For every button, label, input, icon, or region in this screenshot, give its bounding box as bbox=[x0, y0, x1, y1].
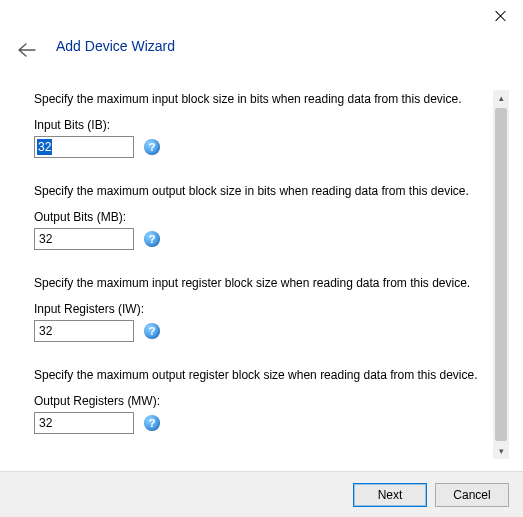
scrollbar-up-icon[interactable]: ▴ bbox=[493, 90, 509, 106]
group-input-bits: Specify the maximum input block size in … bbox=[34, 92, 483, 158]
label-output-registers: Output Registers (MW): bbox=[34, 394, 483, 408]
group-output-registers: Specify the maximum output register bloc… bbox=[34, 368, 483, 434]
close-icon[interactable] bbox=[493, 8, 509, 24]
row-input-registers: ? bbox=[34, 320, 483, 342]
page-title: Add Device Wizard bbox=[56, 38, 175, 54]
form-content: Specify the maximum input block size in … bbox=[34, 92, 483, 469]
desc-output-bits: Specify the maximum output block size in… bbox=[34, 184, 483, 198]
input-bits-field[interactable] bbox=[34, 136, 134, 158]
output-registers-field[interactable] bbox=[34, 412, 134, 434]
header: Add Device Wizard bbox=[0, 36, 523, 66]
group-output-bits: Specify the maximum output block size in… bbox=[34, 184, 483, 250]
content-area: Specify the maximum input block size in … bbox=[0, 80, 523, 469]
footer: Next Cancel bbox=[0, 471, 523, 517]
row-output-bits: ? bbox=[34, 228, 483, 250]
row-input-bits: 32 ? bbox=[34, 136, 483, 158]
scrollbar[interactable]: ▴ ▾ bbox=[493, 90, 509, 459]
label-input-registers: Input Registers (IW): bbox=[34, 302, 483, 316]
help-icon[interactable]: ? bbox=[144, 139, 160, 155]
next-button[interactable]: Next bbox=[353, 483, 427, 507]
desc-input-registers: Specify the maximum input register block… bbox=[34, 276, 483, 290]
input-registers-field[interactable] bbox=[34, 320, 134, 342]
cancel-button[interactable]: Cancel bbox=[435, 483, 509, 507]
input-bits-wrap: 32 bbox=[34, 136, 134, 158]
scrollbar-down-icon[interactable]: ▾ bbox=[493, 443, 509, 459]
label-input-bits: Input Bits (IB): bbox=[34, 118, 483, 132]
row-output-registers: ? bbox=[34, 412, 483, 434]
desc-input-bits: Specify the maximum input block size in … bbox=[34, 92, 483, 106]
back-button[interactable] bbox=[16, 42, 36, 58]
desc-output-registers: Specify the maximum output register bloc… bbox=[34, 368, 483, 382]
help-icon[interactable]: ? bbox=[144, 323, 160, 339]
help-icon[interactable]: ? bbox=[144, 231, 160, 247]
output-bits-field[interactable] bbox=[34, 228, 134, 250]
scrollbar-thumb[interactable] bbox=[495, 108, 507, 441]
help-icon[interactable]: ? bbox=[144, 415, 160, 431]
label-output-bits: Output Bits (MB): bbox=[34, 210, 483, 224]
group-input-registers: Specify the maximum input register block… bbox=[34, 276, 483, 342]
wizard-window: Add Device Wizard Specify the maximum in… bbox=[0, 0, 523, 517]
